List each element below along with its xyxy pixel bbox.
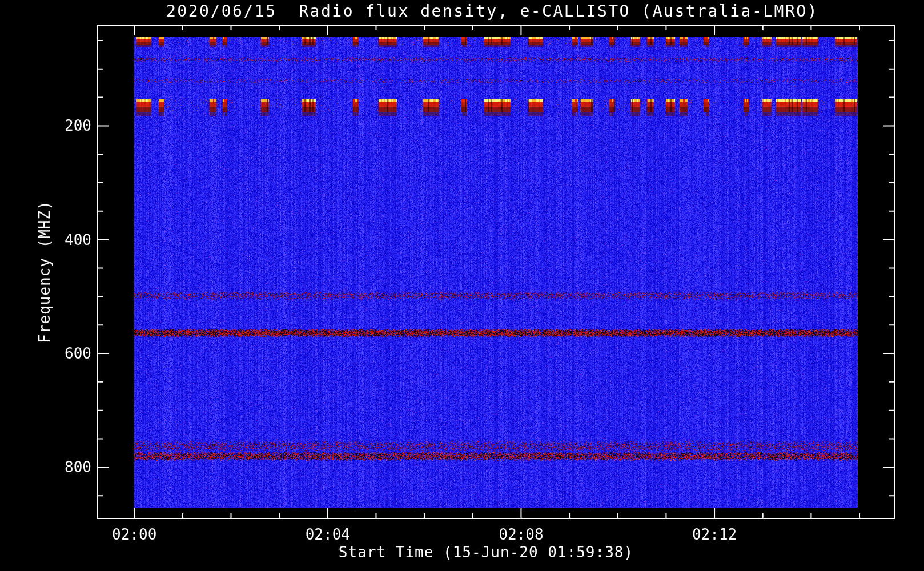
x-tick-label: 02:04 — [306, 526, 350, 543]
y-tick-label: 200 — [23, 118, 91, 134]
y-tick-label: 600 — [23, 345, 91, 361]
chart-title: 2020/06/15 Radio flux density, e-CALLIST… — [166, 2, 818, 21]
spectrogram-figure: 2020/06/15 Radio flux density, e-CALLIST… — [0, 0, 924, 571]
y-tick-label: 800 — [23, 459, 91, 475]
y-tick-label: 400 — [23, 232, 91, 248]
x-tick-label: 02:00 — [112, 526, 156, 543]
x-tick-label: 02:08 — [499, 526, 543, 543]
y-axis-title: Frequency (MHZ) — [36, 200, 53, 343]
x-tick-label: 02:12 — [692, 526, 737, 543]
x-axis-title: Start Time (15-Jun-20 01:59:38) — [339, 544, 633, 561]
spectrogram-canvas — [0, 0, 924, 571]
